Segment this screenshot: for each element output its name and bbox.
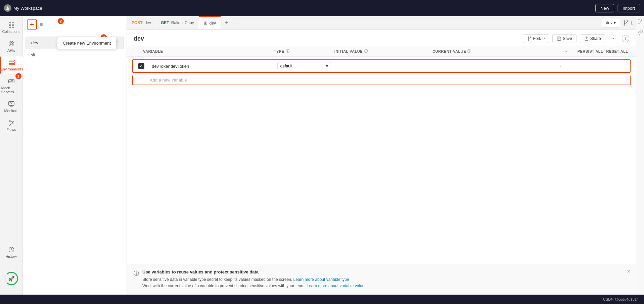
info-banner-line1-text: Store sensitive data in variable type se… xyxy=(142,277,293,282)
right-sidebar-connect-icon[interactable] xyxy=(638,30,643,35)
table-row: ✓ devTokendevToken default ▾ ··· xyxy=(132,59,631,73)
svg-line-21 xyxy=(10,123,12,124)
info-banner-line2-text: Work with the current value of a variabl… xyxy=(142,284,307,288)
col-initial-label: INITIAL VALUE xyxy=(334,49,363,53)
rocket-icon: 🚀 xyxy=(5,272,18,285)
tab-get-ralimit[interactable]: GET Ralimit Copy xyxy=(156,16,199,29)
svg-point-24 xyxy=(624,24,625,25)
svg-rect-17 xyxy=(9,120,10,122)
rocket-area[interactable]: 🚀 xyxy=(5,266,18,291)
sidebar-item-monitors[interactable]: Monitors xyxy=(0,98,23,115)
svg-point-31 xyxy=(638,23,639,24)
monitors-icon xyxy=(8,101,15,107)
row-check-cell[interactable]: ✓ xyxy=(138,63,149,69)
env-table-body: ✓ devTokendevToken default ▾ ··· xyxy=(127,57,636,264)
col-type-info-icon: ⓘ xyxy=(286,49,290,54)
svg-rect-8 xyxy=(9,62,15,63)
sidebar-label-monitors: Monitors xyxy=(4,109,18,113)
col-type-header: TYPE ⓘ xyxy=(274,49,334,54)
right-sidebar-branch-icon[interactable] xyxy=(638,19,643,24)
environments-icon xyxy=(8,59,15,66)
add-environment-tooltip: Create new Environment xyxy=(57,37,117,49)
more-options-button[interactable]: ··· xyxy=(609,34,618,43)
workspace-name: My Workspace xyxy=(13,6,42,11)
save-icon xyxy=(557,36,561,41)
mock-servers-icon xyxy=(8,78,15,85)
add-environment-button[interactable]: + xyxy=(27,19,37,30)
col-current-label: CURRENT VALUE xyxy=(432,49,466,53)
col-current-info-icon: ⓘ xyxy=(467,49,471,54)
info-banner-content: Use variables to reuse values and protec… xyxy=(142,269,629,289)
left-panel: + 2 ≡ Create new Environment 3 dev ✓ sit xyxy=(23,16,127,295)
svg-point-28 xyxy=(530,37,531,37)
environment-name-sit: sit xyxy=(31,52,35,57)
info-banner-icon: ⓘ xyxy=(134,270,139,277)
tab-env-dev[interactable]: ⊞ dev xyxy=(199,16,221,29)
svg-point-25 xyxy=(627,20,628,21)
fork-icon xyxy=(527,36,532,41)
sidebar-label-flows: Flows xyxy=(6,128,16,132)
type-dropdown[interactable]: default ▾ xyxy=(277,62,331,70)
variable-name-cell[interactable]: devTokendevToken xyxy=(149,64,277,69)
sidebar-label-environments: Environments xyxy=(0,67,23,71)
checkbox-check-mark: ✓ xyxy=(140,64,143,68)
credit-text: CSDN @codu4u1314 xyxy=(603,297,639,301)
filter-button[interactable]: ≡ xyxy=(40,21,43,28)
sidebar-label-collections: Collections xyxy=(2,30,20,34)
svg-point-0 xyxy=(7,6,9,8)
workspace-selector[interactable]: My Workspace xyxy=(4,4,42,12)
sidebar-label-history: History xyxy=(5,254,17,258)
branch-icon xyxy=(623,20,629,26)
sidebar-item-environments[interactable]: Environments xyxy=(0,56,23,74)
tab-label-post-dev: dev xyxy=(145,20,151,25)
fork-label: Fork xyxy=(533,36,541,41)
svg-rect-7 xyxy=(9,60,15,61)
col-persist-header[interactable]: Persist All xyxy=(577,49,604,53)
info-banner-close-button[interactable]: × xyxy=(627,268,631,275)
fork-button[interactable]: Fork 0 xyxy=(523,34,549,43)
save-label: Save xyxy=(563,36,572,41)
tab-method-post: POST xyxy=(132,20,143,25)
import-button[interactable]: Import xyxy=(617,4,640,12)
tab-label-env-dev: dev xyxy=(210,21,216,26)
row-more-button[interactable]: ··· xyxy=(557,64,571,69)
info-button[interactable]: i xyxy=(622,35,629,42)
sidebar-item-apis[interactable]: APIs xyxy=(0,38,23,55)
new-button[interactable]: New xyxy=(595,4,614,12)
environment-selector-dropdown[interactable]: dev ▾ xyxy=(602,18,620,28)
svg-line-20 xyxy=(10,121,12,122)
sidebar-item-flows[interactable]: Flows xyxy=(0,117,23,134)
apis-icon xyxy=(8,40,15,47)
fork-count: 0 xyxy=(543,36,545,41)
info-icon[interactable]: ℹ xyxy=(631,20,633,26)
sidebar-item-history[interactable]: History xyxy=(0,244,23,261)
annotation-1: 1 xyxy=(15,73,21,79)
sidebar-item-mock-servers[interactable]: 1 Mock Servers xyxy=(0,75,23,97)
sidebar: Collections APIs Environments 1 Mock Ser… xyxy=(0,16,23,295)
tooltip-text: Create new Environment xyxy=(63,41,111,46)
svg-point-5 xyxy=(10,43,12,45)
svg-point-11 xyxy=(9,81,10,82)
type-cell[interactable]: default ▾ xyxy=(277,62,338,70)
flows-icon xyxy=(8,119,15,126)
topbar: My Workspace New Import xyxy=(0,0,644,16)
save-button[interactable]: Save xyxy=(552,34,576,43)
type-value: default xyxy=(280,64,292,68)
history-icon xyxy=(8,246,15,253)
share-button[interactable]: Share xyxy=(580,34,605,43)
add-variable-row[interactable]: Add a new variable xyxy=(132,75,631,85)
tab-post-dev[interactable]: POST dev xyxy=(127,16,156,29)
col-initial-info-icon: ⓘ xyxy=(364,49,368,54)
variable-checkbox[interactable]: ✓ xyxy=(138,63,144,69)
info-banner-link2[interactable]: Learn more about variable values xyxy=(307,284,366,288)
sidebar-item-collections[interactable]: Collections xyxy=(0,19,23,36)
info-banner-line2: Work with the current value of a variabl… xyxy=(142,283,629,289)
tabs-bar: POST dev GET Ralimit Copy ⊞ dev + ··· de… xyxy=(127,16,636,30)
more-tabs-button[interactable]: ··· xyxy=(233,20,242,25)
info-banner-link1[interactable]: Learn more about variable type xyxy=(293,277,349,282)
tab-env-icon: ⊞ xyxy=(204,20,208,26)
environment-item-sit[interactable]: sit xyxy=(26,50,124,60)
col-reset-header[interactable]: Reset All xyxy=(604,49,631,53)
svg-point-30 xyxy=(638,19,639,20)
add-tab-button[interactable]: + xyxy=(221,19,233,26)
